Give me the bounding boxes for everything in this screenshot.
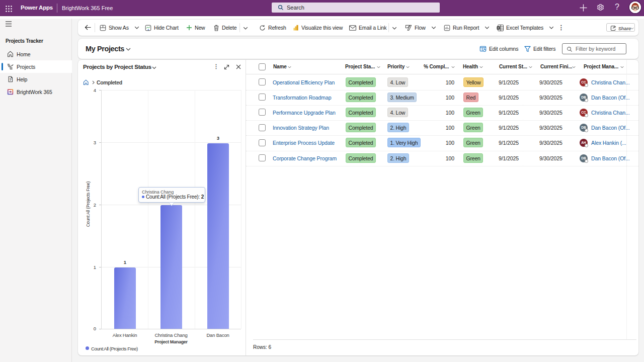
svg-text:?: ? xyxy=(9,77,12,82)
